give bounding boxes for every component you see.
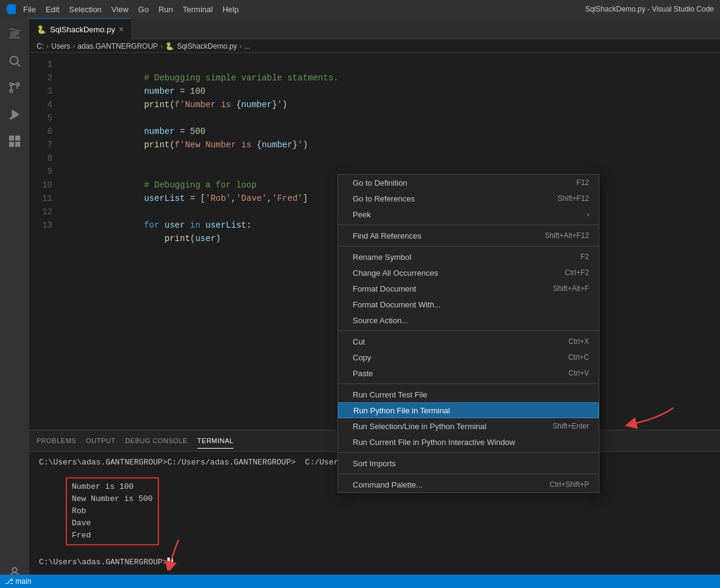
menu-item-format-document-with[interactable]: Format Document With... [338, 296, 599, 312]
menu-item-source-action[interactable]: Source Action... [338, 312, 599, 328]
svg-rect-10 [9, 136, 14, 141]
activity-icon-source-control[interactable] [4, 77, 26, 99]
breadcrumb-python-icon: 🐍 [165, 42, 174, 51]
breadcrumb-ellipsis: ... [244, 42, 250, 51]
vscode-logo-icon [6, 4, 16, 14]
menu-item-copy[interactable]: Copy Ctrl+C [338, 349, 599, 365]
svg-rect-1 [10, 33, 19, 35]
terminal-output-rob: Rob [72, 505, 153, 517]
tab-bar: 🐍 SqlShackDemo.py × [29, 18, 720, 40]
menu-item-go-to-references[interactable]: Go to References Shift+F12 [338, 191, 599, 206]
svg-point-3 [10, 57, 18, 65]
context-menu[interactable]: Go to Definition F12 Go to References Sh… [337, 174, 599, 493]
menu-separator-5 [338, 452, 599, 453]
menu-separator-4 [338, 383, 599, 384]
tab-label: SqlShackDemo.py [50, 25, 115, 34]
svg-point-5 [10, 83, 13, 86]
menu-item-run-python-file[interactable]: Run Python File in Terminal [338, 402, 599, 418]
svg-rect-11 [15, 136, 20, 141]
breadcrumb-username: adas.GANTNERGROUP [77, 42, 158, 51]
code-line-5: number = 500 [62, 111, 720, 125]
line-numbers: 1234 5678 910111213 [29, 58, 60, 425]
menu-terminal[interactable]: Terminal [183, 5, 213, 14]
menu-run[interactable]: Run [158, 5, 173, 14]
window-title: SqlShackDemo.py - Visual Studio Code [585, 5, 714, 13]
menu-item-cut[interactable]: Cut Ctrl+X [338, 334, 599, 349]
svg-rect-13 [15, 142, 20, 147]
breadcrumb-file: SqlShackDemo.py [177, 42, 237, 51]
title-bar-left: File Edit Selection View Go Run Terminal… [6, 4, 239, 14]
breadcrumb-c: C: [37, 42, 44, 51]
title-bar: File Edit Selection View Go Run Terminal… [0, 0, 720, 18]
svg-rect-12 [9, 142, 14, 147]
tab-problems[interactable]: PROBLEMS [37, 433, 76, 448]
menu-separator-2 [338, 246, 599, 247]
activity-icon-explorer[interactable] [4, 23, 26, 45]
terminal-output-new-number: New Number is 500 [72, 493, 153, 505]
menu-file[interactable]: File [23, 5, 36, 14]
menu-item-format-document[interactable]: Format Document Shift+Alt+F [338, 281, 599, 296]
activity-bar [0, 18, 29, 588]
breadcrumb-users: Users [51, 42, 70, 51]
menu-item-command-palette[interactable]: Command Palette... Ctrl+Shift+P [338, 477, 599, 492]
code-line-1: # Debugging simple variable statments. [62, 58, 720, 71]
tab-output[interactable]: OUTPUT [86, 433, 115, 448]
menu-item-find-all-refs[interactable]: Find All References Shift+Alt+F12 [338, 228, 599, 243]
svg-rect-0 [10, 32, 19, 33]
svg-point-7 [10, 89, 13, 93]
activity-icon-run-debug[interactable] [4, 103, 26, 125]
svg-point-14 [12, 568, 16, 572]
menu-bar[interactable]: File Edit Selection View Go Run Terminal… [23, 5, 239, 14]
status-bar: ⎇ main [0, 575, 720, 588]
menu-selection[interactable]: Selection [69, 5, 101, 14]
menu-item-run-current-test[interactable]: Run Current Test File [338, 387, 599, 402]
menu-view[interactable]: View [111, 5, 129, 14]
tab-python-icon: 🐍 [37, 25, 46, 34]
svg-marker-8 [12, 111, 18, 119]
svg-rect-2 [10, 35, 16, 37]
status-branch: ⎇ main [5, 577, 31, 586]
terminal-output-number-is: Number is 100 [72, 481, 153, 493]
terminal-output-fred: Fred [72, 530, 153, 542]
status-bar-left: ⎇ main [5, 577, 31, 586]
menu-item-go-to-definition[interactable]: Go to Definition F12 [338, 175, 599, 191]
code-line-8 [62, 152, 720, 165]
terminal-output-dave: Dave [72, 517, 153, 530]
menu-edit[interactable]: Edit [46, 5, 59, 14]
svg-line-4 [17, 63, 20, 66]
menu-separator-1 [338, 225, 599, 225]
activity-icon-extensions[interactable] [4, 130, 26, 152]
menu-item-run-selection[interactable]: Run Selection/Line in Python Terminal Sh… [338, 418, 599, 434]
menu-item-sort-imports[interactable]: Sort Imports [338, 455, 599, 471]
menu-go[interactable]: Go [138, 5, 149, 14]
menu-help[interactable]: Help [222, 5, 239, 14]
menu-item-rename-symbol[interactable]: Rename Symbol F2 [338, 249, 599, 265]
menu-item-peek[interactable]: Peek › [338, 206, 599, 222]
breadcrumb: C: › Users › adas.GANTNERGROUP › 🐍 SqlSh… [29, 40, 720, 53]
svg-point-9 [10, 117, 12, 120]
menu-separator-3 [338, 331, 599, 331]
menu-item-paste[interactable]: Paste Ctrl+V [338, 365, 599, 381]
terminal-prompt: C:\Users\adas.GANTNERGROUP>▌ [39, 556, 173, 569]
menu-item-run-interactive[interactable]: Run Current File in Python Interactive W… [338, 434, 599, 450]
menu-separator-6 [338, 474, 599, 474]
activity-icon-search[interactable] [4, 50, 26, 72]
tab-close-button[interactable]: × [119, 25, 124, 33]
tab-debug-console[interactable]: DEBUG CONSOLE [125, 433, 187, 448]
tab-terminal[interactable]: TERMINAL [197, 433, 234, 449]
tab-sqlshackdemo[interactable]: 🐍 SqlShackDemo.py × [29, 18, 131, 40]
menu-item-change-all-occurrences[interactable]: Change All Occurrences Ctrl+F2 [338, 265, 599, 281]
